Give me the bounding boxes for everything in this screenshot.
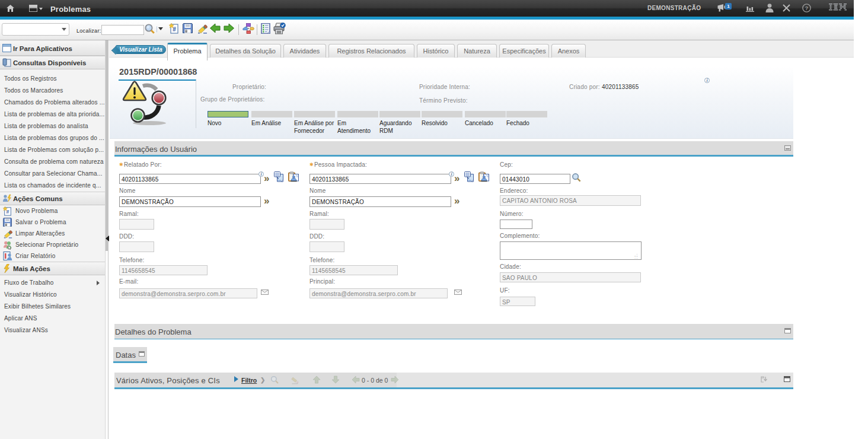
svg-text:#: # <box>6 209 9 215</box>
svg-text:#: # <box>173 26 176 33</box>
svg-text:?: ? <box>805 5 809 11</box>
